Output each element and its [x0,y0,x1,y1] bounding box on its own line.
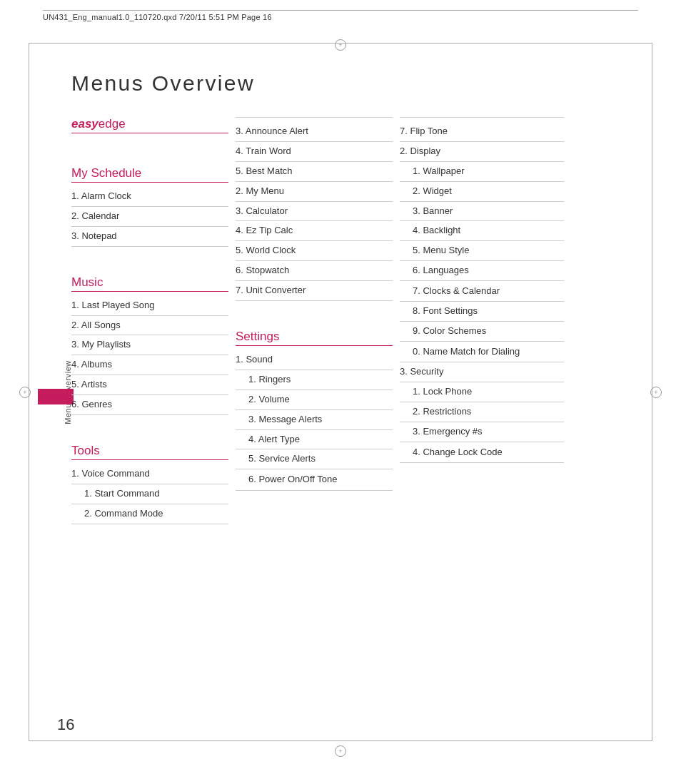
list-item: 6. Genres [71,395,228,415]
section-header-settings: Settings [236,330,393,346]
list-item: 8. Font Settings [400,302,564,322]
list-item: 4. Backlight [400,221,564,241]
section-header-tools: Tools [71,444,228,460]
reg-mark-bottom: + [335,745,346,757]
list-item: 2. My Menu [236,182,393,202]
column-1: easyedge My Schedule 1. Alarm Clock 2. C… [71,117,228,524]
reg-mark-left: + [19,387,31,398]
list-item: 2. Volume [236,390,393,410]
columns-container: easyedge My Schedule 1. Alarm Clock 2. C… [71,117,638,524]
pink-decoration [38,389,74,404]
list-item: 1. Voice Command [71,464,228,484]
list-item: 2. Calendar [71,207,228,227]
section-music: Music 1. Last Played Song 2. All Songs 3… [71,275,228,415]
list-item: 9. Color Schemes [400,322,564,342]
list-item: 4. Albums [71,355,228,375]
page-border-bottom [29,740,652,741]
column-3: 7. Flip Tone 2. Display 1. Wallpaper 2. … [400,117,564,463]
column-2: 3. Announce Alert 4. Train Word 5. Best … [236,117,393,491]
list-item: 4. Train Word [236,142,393,162]
list-item: 2. Command Mode [71,504,228,524]
edge-text: edge [99,117,126,131]
list-item: 5. Artists [71,375,228,395]
list-item: 3. Calculator [236,202,393,222]
list-item: 2. All Songs [71,316,228,336]
section-tools: Tools 1. Voice Command 1. Start Command … [71,444,228,524]
list-item: 3. Notepad [71,227,228,247]
list-item: 1. Last Played Song [71,296,228,316]
section-header-easyedge: easyedge [71,117,228,133]
col2-divider [236,117,393,118]
list-item: 3. Message Alerts [236,410,393,430]
reg-mark-right: + [650,387,662,398]
list-item: 1. Alarm Clock [71,187,228,207]
list-item: 5. World Clock [236,241,393,261]
list-item: 3. Announce Alert [236,122,393,142]
list-item: 3. Security [400,362,564,382]
col3-divider [400,117,564,118]
list-item: 6. Power On/Off Tone [236,469,393,490]
section-header-music: Music [71,275,228,292]
easy-text: easy [71,117,99,131]
page-number: 16 [57,716,74,734]
list-item: 6. Stopwatch [236,261,393,281]
main-content: Menus Overview easyedge My Schedule 1. A… [71,71,638,524]
list-item: 4. Alert Type [236,430,393,450]
list-item: 7. Flip Tone [400,122,564,142]
list-item: 5. Best Match [236,162,393,182]
section-my-schedule: My Schedule 1. Alarm Clock 2. Calendar 3… [71,166,228,247]
section-settings: Settings 1. Sound 1. Ringers 2. Volume 3… [236,330,393,491]
list-item: 2. Widget [400,182,564,202]
list-item: 5. Service Alerts [236,449,393,469]
list-item: 2. Display [400,142,564,162]
list-item: 4. Change Lock Code [400,442,564,463]
header-bar: UN431_Eng_manual1.0_110720.qxd 7/20/11 5… [43,10,638,21]
list-item: 1. Start Command [71,484,228,504]
list-item: 4. Ez Tip Calc [236,221,393,241]
list-item: 7. Unit Converter [236,281,393,301]
page-title: Menus Overview [71,71,638,96]
list-item: 3. My Playlists [71,335,228,355]
list-item: 1. Lock Phone [400,382,564,402]
list-item: 3. Banner [400,202,564,222]
list-item: 3. Emergency #s [400,422,564,442]
header-text: UN431_Eng_manual1.0_110720.qxd 7/20/11 5… [43,13,272,21]
list-item: 0. Name Match for Dialing [400,342,564,362]
section-easyedge: easyedge [71,117,228,133]
list-item: 6. Languages [400,261,564,281]
list-item: 1. Ringers [236,370,393,390]
reg-mark-top: + [335,39,346,51]
list-item: 1. Wallpaper [400,162,564,182]
list-item: 2. Restrictions [400,402,564,422]
list-item: 1. Sound [236,350,393,370]
list-item: 5. Menu Style [400,241,564,261]
list-item: 7. Clocks & Calendar [400,281,564,302]
section-header-schedule: My Schedule [71,166,228,183]
